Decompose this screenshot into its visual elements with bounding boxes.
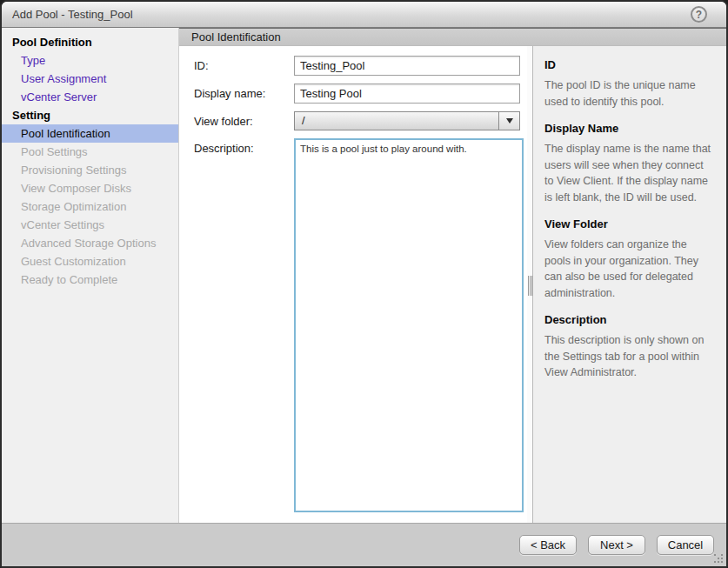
sidebar-item-provisioning-settings: Provisioning Settings (2, 161, 178, 179)
description-textarea[interactable]: This is a pool just to play around with. (294, 138, 524, 512)
display-name-label: Display name: (194, 84, 294, 104)
help-heading-view-folder: View Folder (544, 217, 714, 231)
display-name-row: Display name: (194, 84, 527, 104)
pool-identification-form: ID: Display name: View folder: / (179, 46, 527, 523)
help-icon[interactable]: ? (691, 6, 707, 23)
panel-divider (527, 46, 533, 523)
help-heading-description: Description (544, 313, 714, 326)
description-label: Description: (194, 138, 294, 512)
sidebar-item-guest-customization: Guest Customization (2, 252, 178, 271)
id-input[interactable] (294, 56, 520, 76)
sidebar-section-setting: Setting (2, 106, 178, 124)
chevron-down-icon (506, 118, 513, 124)
add-pool-dialog: Add Pool - Testing_Pool ? Pool Definitio… (0, 0, 728, 568)
help-text-display-name: The display name is the name that users … (544, 141, 714, 205)
id-label: ID: (194, 56, 294, 76)
sidebar-item-type[interactable]: Type (2, 51, 178, 70)
sidebar-item-storage-optimization: Storage Optimization (2, 197, 178, 216)
cancel-button[interactable]: Cancel (657, 535, 714, 555)
help-text-id: The pool ID is the unique name used to i… (544, 77, 714, 110)
help-text-view-folder: View folders can organize the pools in y… (544, 237, 714, 301)
sidebar-item-ready-to-complete: Ready to Complete (2, 271, 178, 289)
sidebar-item-pool-identification[interactable]: Pool Identification (2, 124, 178, 143)
page-title: Pool Identification (179, 28, 726, 46)
id-row: ID: (194, 56, 527, 76)
description-row: Description: This is a pool just to play… (194, 138, 527, 512)
title-bar: Add Pool - Testing_Pool ? (2, 2, 726, 28)
view-folder-dropdown[interactable]: / (294, 111, 520, 130)
view-folder-label: View folder: (194, 111, 294, 130)
dropdown-arrow-button[interactable] (498, 112, 519, 130)
sidebar-section-pool-definition: Pool Definition (2, 33, 178, 51)
sidebar-item-view-composer-disks: View Composer Disks (2, 179, 178, 197)
help-heading-display-name: Display Name (544, 122, 714, 135)
sidebar-item-advanced-storage-options: Advanced Storage Options (2, 234, 178, 252)
back-button[interactable]: < Back (519, 535, 577, 555)
wizard-steps-sidebar: Pool Definition Type User Assignment vCe… (2, 28, 179, 523)
view-folder-selected-value: / (295, 112, 498, 130)
divider-grip-handle[interactable] (528, 276, 532, 296)
window-resize-grip[interactable] (714, 554, 724, 564)
main-region: Pool Identification ID: Display name: Vi… (179, 28, 726, 523)
wizard-footer: < Back Next > Cancel (2, 523, 726, 566)
sidebar-item-user-assignment[interactable]: User Assignment (2, 70, 178, 88)
sidebar-item-vcenter-server[interactable]: vCenter Server (2, 88, 178, 106)
help-text-description: This description is only shown on the Se… (544, 332, 714, 381)
view-folder-row: View folder: / (194, 111, 527, 130)
help-heading-id: ID (544, 58, 714, 71)
dialog-title: Add Pool - Testing_Pool (12, 8, 133, 21)
help-panel: ID The pool ID is the unique name used t… (533, 46, 726, 523)
dialog-content: Pool Definition Type User Assignment vCe… (2, 28, 726, 523)
sidebar-item-pool-settings: Pool Settings (2, 143, 178, 161)
next-button[interactable]: Next > (588, 535, 645, 555)
display-name-input[interactable] (294, 84, 520, 104)
sidebar-item-vcenter-settings: vCenter Settings (2, 216, 178, 234)
